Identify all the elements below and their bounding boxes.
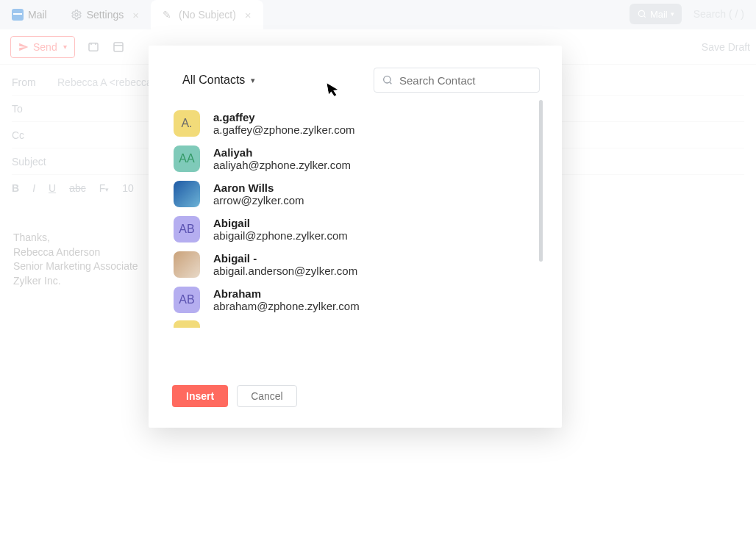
italic-button[interactable]: I: [32, 182, 35, 194]
mail-dropdown-label: Mail: [650, 9, 668, 20]
tab-mail-label: Mail: [28, 9, 47, 21]
contact-email: aaliyah@zphone.zylker.com: [213, 159, 351, 171]
bold-button[interactable]: B: [12, 182, 19, 194]
contact-name: a.gaffey: [213, 111, 355, 123]
contact-email: a.gaffey@zphone.zylker.com: [213, 123, 355, 136]
tab-bar: Mail Settings × (No Subject) × Mail ▾ Se…: [0, 0, 756, 29]
avatar: A.: [174, 110, 200, 137]
svg-point-1: [638, 10, 644, 16]
contact-row[interactable]: ABAbrahamabraham@zphone.zylker.com: [174, 282, 562, 317]
avatar: AB: [174, 287, 200, 313]
global-search-placeholder: Search ( / ): [693, 8, 744, 20]
font-size-button[interactable]: 10: [122, 182, 134, 194]
contact-row[interactable]: Aaron Willsarrow@zylker.com: [174, 176, 562, 212]
insert-button[interactable]: Insert: [172, 385, 228, 407]
tab-settings-label: Settings: [87, 9, 124, 21]
svg-rect-2: [89, 43, 98, 51]
contact-email: arrow@zylker.com: [213, 194, 304, 206]
tab-compose[interactable]: (No Subject) ×: [151, 0, 263, 29]
search-icon: [382, 74, 393, 86]
close-icon[interactable]: ×: [132, 9, 139, 21]
cc-label: Cc: [12, 129, 50, 141]
avatar: [174, 251, 200, 278]
mail-icon: [12, 9, 24, 21]
avatar: [174, 181, 200, 207]
to-label: To: [12, 103, 50, 115]
strikethrough-button[interactable]: abc: [69, 182, 86, 194]
contact-row[interactable]: Abigail -abigail.anderson@zylker.com: [174, 247, 562, 282]
contact-email: abigail@zphone.zylker.com: [213, 229, 348, 242]
contact-row[interactable]: AAAaliyahaaliyah@zphone.zylker.com: [174, 141, 562, 176]
from-label: From: [12, 76, 50, 88]
contact-filter-label: All Contacts: [182, 73, 245, 87]
contact-filter-dropdown[interactable]: All Contacts ▾: [182, 73, 255, 87]
svg-rect-3: [114, 43, 123, 51]
contact-email: abigail.anderson@zylker.com: [213, 265, 357, 277]
contact-name: Abigail: [213, 217, 348, 229]
cancel-button[interactable]: Cancel: [237, 385, 297, 407]
contact-name: Aaron Wills: [213, 182, 304, 194]
svg-point-4: [384, 76, 391, 83]
font-family-button[interactable]: F▾: [99, 182, 110, 194]
contact-name: Abigail -: [213, 252, 357, 265]
contact-email: abraham@zphone.zylker.com: [213, 300, 360, 312]
contact-row[interactable]: ABAbigailabigail@zphone.zylker.com: [174, 212, 562, 247]
mail-dropdown-button[interactable]: Mail ▾: [630, 4, 682, 24]
tab-settings[interactable]: Settings ×: [59, 0, 151, 29]
contact-picker-modal: All Contacts ▾ A.a.gaffeya.gaffey@zphone…: [149, 46, 562, 428]
avatar: AB: [174, 216, 200, 243]
contact-name: Abraham: [213, 287, 360, 300]
chevron-down-icon: ▾: [251, 76, 255, 85]
avatar: AA: [174, 146, 200, 172]
contact-search-input[interactable]: [399, 74, 532, 87]
close-icon[interactable]: ×: [245, 9, 252, 21]
attachment-icon[interactable]: [87, 40, 100, 54]
global-search[interactable]: Search ( / ): [688, 4, 750, 24]
svg-point-0: [75, 13, 78, 16]
gear-icon: [71, 9, 82, 21]
send-button[interactable]: Send ▾: [10, 36, 75, 58]
subject-label: Subject: [12, 156, 46, 168]
contact-name: Aaliyah: [213, 146, 351, 159]
chevron-down-icon: ▾: [63, 43, 67, 51]
underline-button[interactable]: U: [49, 182, 56, 194]
template-icon[interactable]: [112, 40, 125, 54]
avatar: [174, 320, 200, 328]
contact-search[interactable]: [374, 68, 540, 93]
contact-row[interactable]: A.a.gaffeya.gaffey@zphone.zylker.com: [174, 106, 562, 141]
save-draft-link[interactable]: Save Draft: [702, 41, 750, 53]
tab-compose-label: (No Subject): [179, 9, 236, 21]
chevron-down-icon: ▾: [671, 10, 674, 18]
send-button-label: Send: [33, 41, 57, 53]
scrollbar[interactable]: [539, 100, 543, 262]
contact-list: A.a.gaffeya.gaffey@zphone.zylker.comAAAa…: [174, 106, 562, 317]
tab-mail[interactable]: Mail: [0, 0, 59, 29]
